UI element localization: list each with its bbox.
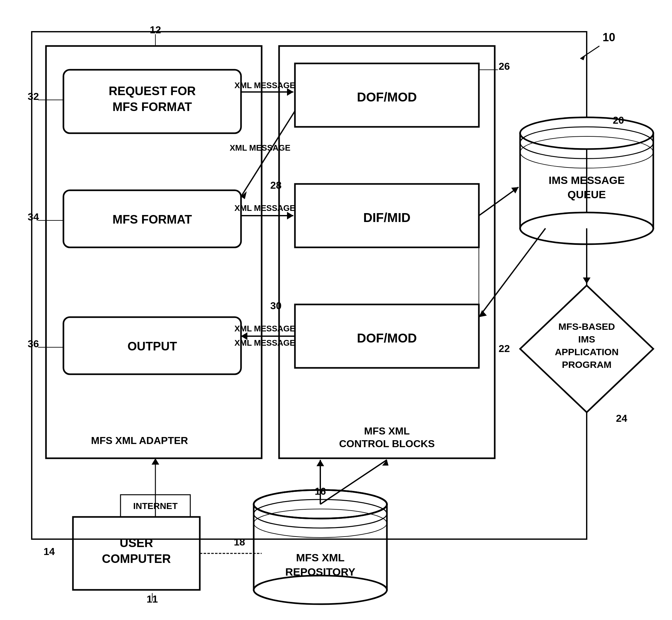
mfs-format-label: MFS FORMAT xyxy=(113,213,192,226)
output-label: OUTPUT xyxy=(127,340,177,353)
user-computer-label2: COMPUTER xyxy=(102,552,171,565)
svg-point-24 xyxy=(254,576,387,604)
diagram-container: 10 12 REQUEST FOR MFS FORMAT 32 MFS FORM… xyxy=(0,0,672,620)
svg-line-33 xyxy=(241,111,295,197)
ref-36: 36 xyxy=(28,338,39,350)
svg-point-26 xyxy=(520,117,653,149)
xml-msg-4: XML MESSAGE xyxy=(235,324,295,333)
ref-30: 30 xyxy=(270,300,281,311)
mfs-xml-ctrl-label2: CONTROL BLOCKS xyxy=(339,438,435,449)
ref-28: 28 xyxy=(270,179,281,191)
diamond-label4: PROGRAM xyxy=(562,359,612,370)
diamond-label3: APPLICATION xyxy=(555,347,618,357)
ref-32: 32 xyxy=(28,91,39,102)
svg-marker-52 xyxy=(152,458,159,465)
mfs-xml-adapter-label: MFS XML ADAPTER xyxy=(91,435,188,446)
mfs-xml-ctrl-label: MFS XML xyxy=(364,425,410,437)
xml-msg-2: XML MESSAGE xyxy=(229,143,291,153)
diamond-label2: IMS xyxy=(578,334,595,345)
xml-msg-5: XML MESSAGE xyxy=(235,338,295,348)
svg-line-41 xyxy=(479,228,546,317)
mfs-xml-repo-label: MFS XML xyxy=(296,552,345,564)
dof-mod-top-label: DOF/MOD xyxy=(357,90,417,104)
dif-mid-label: DIF/MID xyxy=(363,211,411,224)
mfs-xml-repo-label2: REPOSITORY xyxy=(285,566,355,578)
request-mfs-label2: MFS FORMAT xyxy=(113,100,192,113)
ref-24: 24 xyxy=(616,413,627,424)
ref-12: 12 xyxy=(150,24,161,36)
svg-marker-36 xyxy=(287,212,293,219)
svg-marker-47 xyxy=(316,460,324,466)
dof-mod-bot-label: DOF/MOD xyxy=(357,331,417,345)
ims-msg-queue-label2: QUEUE xyxy=(568,188,606,200)
xml-msg-3: XML MESSAGE xyxy=(235,203,295,213)
ref-20: 20 xyxy=(613,114,624,126)
xml-msg-1: XML MESSAGE xyxy=(235,81,295,90)
ims-msg-queue-label: IMS MESSAGE xyxy=(549,174,625,186)
ref-10: 10 xyxy=(603,31,615,44)
diamond-label1: MFS-BASED xyxy=(559,321,615,332)
svg-marker-38 xyxy=(511,187,518,194)
ref-18: 18 xyxy=(234,536,245,548)
request-mfs-label: REQUEST FOR xyxy=(109,84,196,98)
svg-rect-5 xyxy=(279,46,495,458)
svg-marker-42 xyxy=(479,310,487,317)
ref-34: 34 xyxy=(28,211,39,223)
ref-22: 22 xyxy=(499,343,510,354)
ref-14: 14 xyxy=(44,546,55,557)
svg-marker-44 xyxy=(583,277,590,284)
ref-26: 26 xyxy=(499,61,510,72)
user-computer-label: USER xyxy=(119,536,153,550)
svg-line-37 xyxy=(479,187,518,216)
